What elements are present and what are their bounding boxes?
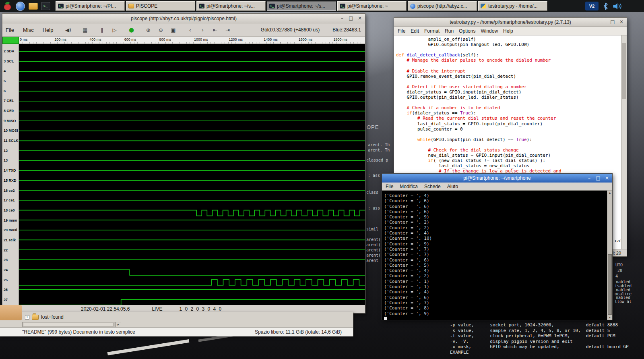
play-icon: ▷ bbox=[112, 27, 116, 33]
sample-counters: 1 0 2 0 3 0 4 0 bbox=[179, 306, 222, 312]
scrollbar-thumb[interactable] bbox=[23, 323, 114, 326]
filemanager-launcher-icon[interactable] bbox=[28, 1, 38, 11]
toolbar-forward-button[interactable]: › bbox=[198, 25, 207, 34]
speaker-icon: ◀) bbox=[65, 27, 71, 33]
scrollbar-thumb[interactable] bbox=[622, 43, 626, 99]
browser-launcher-icon[interactable] bbox=[15, 1, 25, 11]
channel-label: 20 mosi bbox=[4, 228, 17, 232]
taskbar-window-label: PISCOPE bbox=[136, 3, 157, 9]
zoom-out-icon: ⊖ bbox=[159, 27, 163, 33]
menu-item-file[interactable]: File bbox=[386, 184, 393, 189]
scrollbar-arrow-icon[interactable]: ▸ bbox=[116, 322, 121, 327]
toolbar-zoom-in-button[interactable]: ⊕ bbox=[144, 25, 153, 34]
zoom-in-icon: ⊕ bbox=[146, 27, 151, 33]
code-line: while(GPIO.input(pin_dial_detect) == Tru… bbox=[396, 137, 627, 142]
background-fragment: arent( bbox=[366, 248, 381, 253]
close-icon[interactable]: × bbox=[357, 15, 363, 21]
volume-icon[interactable] bbox=[613, 3, 622, 10]
menu-item-help[interactable]: Help bbox=[43, 27, 54, 33]
code-line: GPIO.output(pin_dialer_led, dialer_statu… bbox=[396, 95, 627, 100]
toolbar-zoom-fit-button[interactable]: ▣ bbox=[169, 25, 178, 34]
menu-item-schede[interactable]: Schede bbox=[424, 184, 441, 189]
blue-readout: Blue:28463.1 bbox=[332, 27, 361, 33]
vnc-icon[interactable]: V2 bbox=[585, 2, 599, 10]
taskbar-window-button[interactable]: >_pi@Smartphone: ~ bbox=[337, 1, 407, 11]
taskbar-window-button[interactable]: piscope (http://abyz.c... bbox=[408, 1, 477, 11]
minimize-icon[interactable]: – bbox=[586, 175, 592, 181]
ruler-tick: 400 ms bbox=[89, 37, 101, 42]
toolbar-jump-end-button[interactable]: ⇥ bbox=[223, 25, 232, 34]
menu-item-help[interactable]: Help bbox=[503, 28, 513, 34]
tree-expander-icon[interactable]: + bbox=[25, 315, 29, 320]
window-title: pi@Smartphone: ~/smartphone bbox=[382, 175, 612, 181]
menu-item-format[interactable]: Format bbox=[424, 28, 440, 34]
code-line: # Check for the dial status change bbox=[396, 147, 627, 153]
menu-item-edit[interactable]: Edit bbox=[411, 28, 419, 34]
selection-info: "README" (999 bytes) Documento in testo … bbox=[22, 329, 135, 335]
terminal-line: ('Counter = ', 4) bbox=[384, 230, 432, 236]
channel-label: 16 ce2 bbox=[4, 189, 15, 193]
terminal-titlebar[interactable]: pi@Smartphone: ~/smartphone – □ × bbox=[382, 174, 612, 183]
scroll-up-icon[interactable]: ▲ bbox=[607, 191, 612, 195]
maximize-icon[interactable]: □ bbox=[609, 19, 616, 25]
terminal-line: ('Counter = ', 4) bbox=[384, 289, 432, 295]
channel-label: 24 bbox=[4, 268, 8, 272]
menu-launcher-icon[interactable] bbox=[2, 1, 12, 11]
tree-item-lostfound[interactable]: lost+found bbox=[41, 314, 64, 320]
toolbar-group: ▦ bbox=[80, 25, 89, 34]
terminal-line: ('Counter = ', 8) bbox=[384, 305, 432, 311]
toolbar-keyboard-button[interactable]: ▦ bbox=[80, 25, 89, 34]
maximize-icon[interactable]: □ bbox=[595, 175, 601, 181]
toolbar-zoom-out-button[interactable]: ⊖ bbox=[156, 25, 165, 34]
scroll-down-icon[interactable]: ▼ bbox=[607, 315, 612, 320]
menu-item-window[interactable]: Window bbox=[481, 28, 498, 34]
terminal-output[interactable]: ('Counter = ', 4)('Counter = ', 6)('Coun… bbox=[382, 191, 612, 320]
toolbar-play-button[interactable]: ▷ bbox=[110, 25, 119, 34]
taskbar-window-button[interactable]: PISCOPE bbox=[126, 1, 195, 11]
piscope-traces bbox=[19, 44, 365, 305]
maximize-icon[interactable]: □ bbox=[348, 15, 354, 21]
toolbar-speaker-button[interactable]: ◀) bbox=[64, 25, 72, 34]
terminal-launcher-icon[interactable]: >_ bbox=[41, 2, 50, 10]
taskbar-window-button[interactable]: >_pi@Smartphone: ~/s... bbox=[267, 1, 336, 11]
menu-item-run[interactable]: Run bbox=[445, 28, 454, 34]
toolbar-jump-start-button[interactable]: ⇤ bbox=[211, 25, 219, 34]
vertical-scrollbar[interactable] bbox=[621, 35, 627, 249]
close-icon[interactable]: × bbox=[604, 175, 610, 181]
menu-item-aiuto[interactable]: Aiuto bbox=[447, 184, 458, 189]
terminal-line: ('Counter = ', 6) bbox=[384, 209, 432, 214]
piscope-titlebar[interactable]: piscope (http://abyz.co.uk/rpi/pigpio/pi… bbox=[2, 14, 365, 23]
horizontal-scrollbar[interactable]: ▸ bbox=[22, 322, 121, 327]
channel-label: 21 sclk bbox=[4, 238, 16, 243]
toolbar-back-button[interactable]: ‹ bbox=[186, 25, 194, 34]
background-fragment: classed p bbox=[366, 158, 388, 163]
terminal-menubar: FileModificaSchedeAiuto bbox=[382, 183, 612, 191]
terminal-cursor bbox=[384, 317, 387, 320]
idle-titlebar[interactable]: testrotary.py - /home/pi/smartphone/test… bbox=[394, 18, 627, 27]
back-icon: ‹ bbox=[189, 27, 191, 33]
piscope-ruler: 0 ms200 ms400 ms600 ms800 ms1000 ms1200 … bbox=[19, 37, 365, 44]
ruler-tick: 1800 ms bbox=[333, 37, 347, 42]
code-line: last_dial_status = new_dial_status bbox=[396, 163, 627, 168]
menu-item-file[interactable]: File bbox=[6, 27, 14, 33]
minimize-icon[interactable]: – bbox=[339, 15, 345, 21]
piscope-ruler-row: 0 ms200 ms400 ms600 ms800 ms1000 ms1200 … bbox=[2, 37, 365, 44]
piscope-toolrow: FileMiscHelp ◀)▦‖▷●⊕⊖▣‹›⇤⇥ Gold:0.327880… bbox=[2, 23, 365, 37]
keyboard-icon: ▦ bbox=[83, 27, 87, 33]
menu-item-file[interactable]: File bbox=[398, 28, 405, 34]
channel-label: 9 MISO bbox=[4, 119, 16, 123]
taskbar-window-button[interactable]: testrotary.py - /home/... bbox=[478, 1, 547, 11]
menu-item-options[interactable]: Options bbox=[459, 28, 475, 34]
menu-item-modifica[interactable]: Modifica bbox=[400, 184, 418, 189]
menu-item-misc[interactable]: Misc bbox=[23, 27, 34, 33]
scrollbar-thumb[interactable] bbox=[608, 254, 612, 315]
taskbar-window-button[interactable]: >_pi@Smartphone: ~/PI... bbox=[56, 1, 125, 11]
terminal-scrollbar[interactable]: ▲ ▼ bbox=[607, 191, 612, 320]
bluetooth-icon[interactable] bbox=[603, 2, 608, 10]
minimize-icon[interactable]: – bbox=[601, 19, 607, 25]
taskbar-window-button[interactable]: >_pi@Smartphone: ~/s... bbox=[196, 1, 266, 11]
toolbar-pause-button[interactable]: ‖ bbox=[97, 25, 106, 34]
toolbar-record-button[interactable]: ● bbox=[127, 25, 136, 34]
terminal-line: ('Counter = ', 7) bbox=[384, 247, 432, 252]
close-icon[interactable]: × bbox=[618, 19, 625, 25]
